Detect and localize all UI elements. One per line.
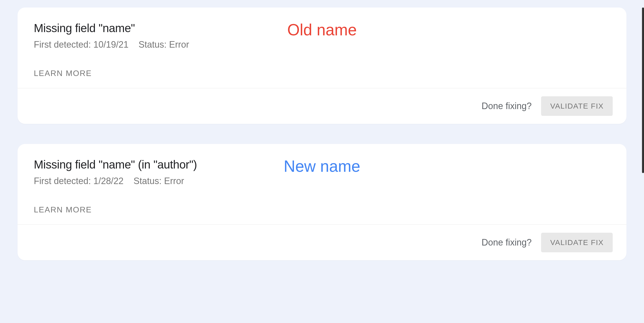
card-meta: First detected: 1/28/22 Status: Error	[34, 176, 610, 186]
card-top: Missing field "name" (in "author") First…	[18, 144, 626, 224]
learn-more-link[interactable]: LEARN MORE	[34, 69, 610, 78]
status-value: Error	[164, 176, 184, 186]
learn-more-link[interactable]: LEARN MORE	[34, 205, 610, 214]
card-top: Missing field "name" First detected: 10/…	[18, 8, 626, 88]
scrollbar[interactable]	[642, 8, 644, 173]
status-label: Status:	[133, 176, 162, 186]
status-value: Error	[169, 39, 189, 50]
first-detected: First detected: 10/19/21	[34, 39, 128, 50]
validate-fix-button[interactable]: VALIDATE FIX	[541, 96, 613, 116]
first-detected-label: First detected:	[34, 39, 91, 50]
first-detected-value: 10/19/21	[93, 39, 128, 50]
error-card: Missing field "name" First detected: 10/…	[18, 8, 626, 124]
error-card: Missing field "name" (in "author") First…	[18, 144, 626, 260]
status-label: Status:	[138, 39, 167, 50]
validate-fix-button[interactable]: VALIDATE FIX	[541, 233, 613, 252]
first-detected-value: 1/28/22	[93, 176, 123, 186]
done-fixing-label: Done fixing?	[481, 237, 532, 248]
annotation-old-name: Old name	[287, 21, 357, 39]
done-fixing-label: Done fixing?	[481, 101, 532, 111]
card-footer: Done fixing? VALIDATE FIX	[18, 88, 626, 124]
status: Status: Error	[133, 176, 184, 186]
first-detected: First detected: 1/28/22	[34, 176, 123, 186]
card-meta: First detected: 10/19/21 Status: Error	[34, 39, 610, 50]
annotation-new-name: New name	[284, 157, 360, 176]
first-detected-label: First detected:	[34, 176, 91, 186]
cards-container: Missing field "name" First detected: 10/…	[18, 8, 626, 260]
card-footer: Done fixing? VALIDATE FIX	[18, 225, 626, 260]
status: Status: Error	[138, 39, 189, 50]
